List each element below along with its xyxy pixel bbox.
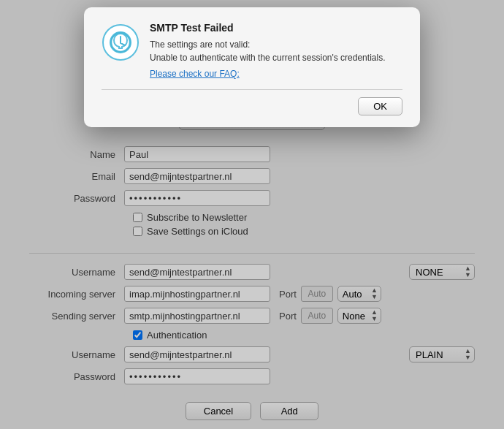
modal-line2: Unable to authenticate with the current … (150, 51, 402, 64)
faq-link[interactable]: Please check our FAQ: (150, 69, 240, 79)
modal-top-section: SMTP Test Failed The settings are not va… (102, 22, 402, 79)
smtp-fail-icon (102, 23, 140, 61)
modal-line1: The settings are not valid: (150, 38, 402, 51)
ok-button[interactable]: OK (358, 97, 402, 115)
modal-content: SMTP Test Failed The settings are not va… (150, 22, 402, 79)
modal-overlay: SMTP Test Failed The settings are not va… (0, 0, 504, 429)
smtp-error-dialog: SMTP Test Failed The settings are not va… (84, 7, 420, 127)
modal-footer: OK (102, 89, 402, 115)
modal-title: SMTP Test Failed (150, 22, 402, 34)
